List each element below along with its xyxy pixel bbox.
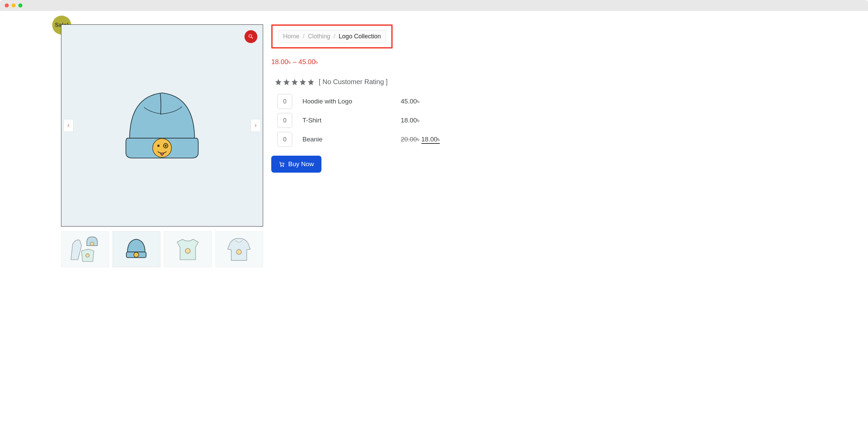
product-gallery: Sale! <box>61 24 263 267</box>
variant-price: 18.00৳ <box>401 117 419 124</box>
variant-name: T-Shirt <box>302 117 401 124</box>
sale-price: 18.00৳ <box>421 136 440 144</box>
buy-now-button[interactable]: Buy Now <box>271 156 321 173</box>
svg-point-11 <box>283 166 283 167</box>
thumbnail-3[interactable] <box>164 231 212 267</box>
quantity-input[interactable] <box>277 113 292 128</box>
breadcrumb-separator: / <box>334 33 335 40</box>
quantity-input[interactable] <box>277 94 292 109</box>
price-range: 18.00৳ – 45.00৳ <box>271 58 807 66</box>
zoom-button[interactable] <box>244 30 257 43</box>
variant-row: Beanie 20.00৳18.00৳ <box>277 132 807 147</box>
rating-row: [ No Customer Rating ] <box>271 78 807 86</box>
product-image-main <box>61 24 263 227</box>
rating-text: [ No Customer Rating ] <box>319 78 388 86</box>
cart-icon <box>279 161 285 167</box>
variant-row: T-Shirt 18.00৳ <box>277 113 807 128</box>
svg-point-7 <box>134 252 139 257</box>
minimize-window-dot[interactable] <box>12 3 16 7</box>
variant-price: 20.00৳18.00৳ <box>401 136 440 143</box>
star-icon <box>275 78 282 86</box>
original-price: 20.00৳ <box>401 136 419 143</box>
product-details: Home / Clothing / Logo Collection 18.00৳… <box>271 24 807 267</box>
maximize-window-dot[interactable] <box>18 3 22 7</box>
thumbnail-4[interactable] <box>215 231 263 267</box>
star-icon <box>299 78 307 86</box>
gallery-thumbnails <box>61 231 263 267</box>
svg-point-9 <box>237 250 242 255</box>
svg-point-1 <box>157 145 159 147</box>
star-icon <box>307 78 315 86</box>
breadcrumb-current: Logo Collection <box>339 33 381 40</box>
breadcrumb-highlight: Home / Clothing / Logo Collection <box>271 24 393 48</box>
variant-table: Hoodie with Logo 45.00৳ T-Shirt 18.00৳ B… <box>271 94 807 147</box>
breadcrumb-clothing[interactable]: Clothing <box>308 33 330 40</box>
breadcrumb-home[interactable]: Home <box>283 33 299 40</box>
buy-now-label: Buy Now <box>288 160 314 168</box>
quantity-input[interactable] <box>277 132 292 147</box>
variant-name: Beanie <box>302 136 401 143</box>
svg-point-4 <box>90 242 94 246</box>
breadcrumb: Home / Clothing / Logo Collection <box>278 30 386 43</box>
chevron-left-icon <box>66 123 71 128</box>
variant-row: Hoodie with Logo 45.00৳ <box>277 94 807 109</box>
chevron-right-icon <box>253 123 258 128</box>
variant-price: 45.00৳ <box>401 98 419 105</box>
star-icon <box>291 78 298 86</box>
star-icon <box>283 78 290 86</box>
gallery-prev-button[interactable] <box>63 119 74 132</box>
thumbnail-2[interactable] <box>113 231 161 267</box>
gallery-next-button[interactable] <box>251 119 261 132</box>
svg-point-3 <box>165 145 166 147</box>
svg-point-10 <box>281 166 281 167</box>
svg-point-8 <box>185 249 190 254</box>
product-image-beanie <box>108 71 216 180</box>
star-rating <box>275 78 315 86</box>
thumbnail-1[interactable] <box>61 231 109 267</box>
breadcrumb-separator: / <box>303 33 304 40</box>
close-window-dot[interactable] <box>5 3 9 7</box>
svg-point-5 <box>86 254 89 257</box>
window-titlebar <box>0 0 868 11</box>
search-icon <box>248 34 254 40</box>
variant-name: Hoodie with Logo <box>302 98 401 105</box>
